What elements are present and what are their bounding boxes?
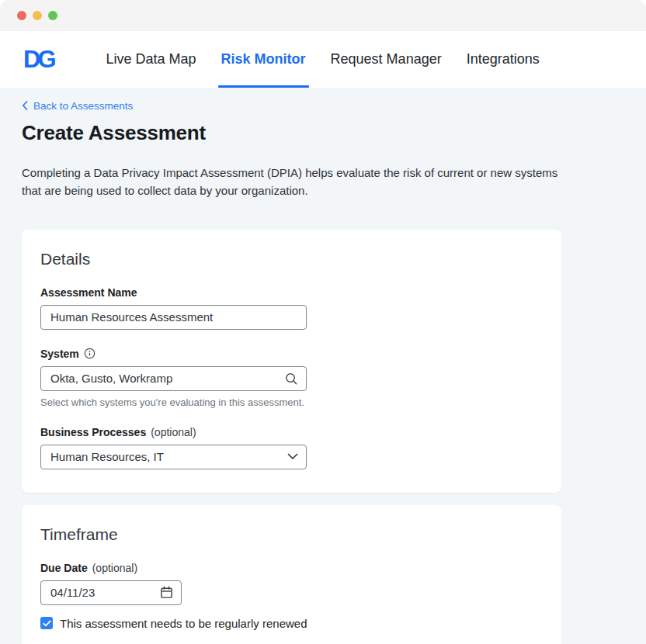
top-navbar: DG Live Data Map Risk Monitor Request Ma… xyxy=(0,31,646,88)
window-chrome-bar xyxy=(0,0,646,31)
renew-checkbox-label: This assessment needs to be regularly re… xyxy=(60,617,307,630)
chevron-left-icon xyxy=(22,101,28,110)
nav-item-integrations[interactable]: Integrations xyxy=(454,31,552,88)
minimize-window-button[interactable] xyxy=(33,11,42,20)
check-icon xyxy=(43,620,51,627)
assessment-name-field: Assessment Name xyxy=(40,286,543,330)
datagrail-logo[interactable]: DG xyxy=(23,47,58,71)
info-icon[interactable] xyxy=(84,348,96,359)
page-description: Completing a Data Privacy Impact Assessm… xyxy=(22,164,565,200)
nav-item-request-manager[interactable]: Request Manager xyxy=(318,31,454,88)
due-date-field: Due Date (optional) xyxy=(40,562,543,605)
nav-items: Live Data Map Risk Monitor Request Manag… xyxy=(94,31,552,88)
details-card-title: Details xyxy=(40,250,543,268)
details-card: Details Assessment Name System xyxy=(22,230,561,493)
system-field: System xyxy=(40,348,543,408)
traffic-lights xyxy=(17,11,57,20)
browser-window: DG Live Data Map Risk Monitor Request Ma… xyxy=(0,0,646,644)
business-processes-value: Human Resources, IT xyxy=(50,450,164,463)
calendar-icon[interactable] xyxy=(160,586,173,599)
assessment-name-input[interactable] xyxy=(50,310,298,324)
business-processes-select[interactable]: Human Resources, IT xyxy=(40,445,307,469)
page-title: Create Assessment xyxy=(22,121,624,145)
nav-item-live-data-map[interactable]: Live Data Map xyxy=(94,31,209,88)
close-window-button[interactable] xyxy=(17,11,26,20)
page-body: Back to Assessments Create Assessment Co… xyxy=(0,88,646,644)
nav-item-risk-monitor[interactable]: Risk Monitor xyxy=(209,31,318,88)
timeframe-card-title: Timeframe xyxy=(40,525,543,544)
chevron-down-icon xyxy=(287,453,298,460)
assessment-name-input-box xyxy=(40,305,307,330)
due-date-label: Due Date (optional) xyxy=(40,562,543,574)
system-input-box xyxy=(40,366,307,391)
back-to-assessments-link[interactable]: Back to Assessments xyxy=(22,100,133,112)
assessment-name-label: Assessment Name xyxy=(40,286,543,299)
system-input[interactable] xyxy=(50,372,284,385)
back-link-label: Back to Assessments xyxy=(33,100,133,112)
timeframe-card: Timeframe Due Date (optional) xyxy=(22,505,561,644)
due-date-input-box xyxy=(40,580,182,605)
system-label: System xyxy=(40,348,543,360)
system-helper-text: Select which systems you're evaluating i… xyxy=(40,396,543,408)
search-icon[interactable] xyxy=(284,372,298,386)
business-processes-field: Business Processes (optional) Human Reso… xyxy=(40,426,543,469)
zoom-window-button[interactable] xyxy=(48,11,57,20)
renew-checkbox[interactable] xyxy=(40,617,53,629)
business-processes-label: Business Processes (optional) xyxy=(40,426,543,438)
renew-checkbox-row[interactable]: This assessment needs to be regularly re… xyxy=(40,617,543,630)
due-date-input[interactable] xyxy=(50,586,160,599)
